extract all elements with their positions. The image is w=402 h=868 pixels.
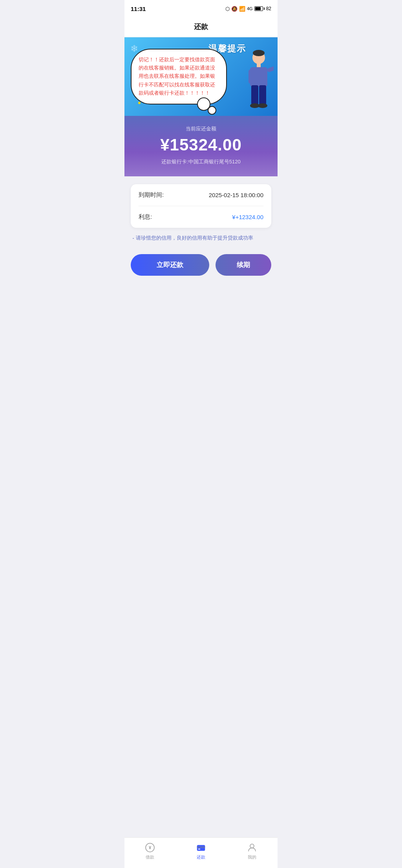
amount-value: ¥15324.00 [132,136,270,154]
info-card: 到期时间: 2025-02-15 18:00:00 利息: ¥+12324.00 [131,184,271,228]
svg-rect-2 [257,63,261,67]
dot-decoration-3 [138,102,141,104]
status-time: 11:31 [131,5,146,12]
pay-now-button[interactable]: 立即还款 [131,254,209,276]
credit-tip: 请珍惜您的信用，良好的信用有助于提升贷款成功率 [131,234,271,242]
interest-value: ¥+12324.00 [232,214,263,220]
loan-icon: ¥ [145,842,155,853]
due-date-value: 2025-02-15 18:00:00 [209,192,263,198]
svg-rect-6 [249,70,252,84]
amount-label: 当前应还金额 [132,125,270,132]
page-title: 还款 [194,23,208,31]
svg-rect-8 [259,85,266,105]
snowflake-decoration: ❄ [130,43,138,54]
svg-point-16 [250,844,254,848]
mute-icon: 🔕 [231,6,238,12]
profile-icon [247,842,257,853]
person-illustration [234,49,274,116]
battery-percent: 82 [266,6,271,11]
nav-loan-label: 借款 [146,854,154,860]
due-date-label: 到期时间: [139,191,164,199]
due-date-row: 到期时间: 2025-02-15 18:00:00 [139,184,263,206]
banner-section: ❄ ✦ 温馨提示 切记！！还款后一定要找借款页面的在线客服销账。如果还款通道没用… [124,37,278,116]
nav-repay-label: 还款 [197,854,205,860]
svg-rect-14 [197,846,205,848]
bank-info: 还款银行卡:中国工商银行尾号5120 [132,158,270,165]
nav-item-loan[interactable]: ¥ 借款 [137,841,163,862]
nav-item-profile[interactable]: 我的 [239,841,265,862]
cloud-bubble: 切记！！还款后一定要找借款页面的在线客服销账。如果还款通道没用也去联系在线客服处… [131,49,227,104]
battery-icon [254,6,265,11]
wifi-icon: 📶 [239,6,245,12]
status-bar: 11:31 ⬡ 🔕 📶 4G 82 [124,0,278,17]
page-header: 还款 [124,17,278,37]
nfc-icon: ⬡ [225,6,230,12]
bottom-nav: ¥ 借款 还款 我的 [124,837,278,868]
signal-icon: 4G [247,6,253,11]
interest-row: 利息: ¥+12324.00 [139,206,263,228]
svg-text:¥: ¥ [149,845,152,850]
svg-rect-3 [250,67,267,87]
svg-rect-15 [198,849,201,850]
svg-point-1 [253,50,265,56]
main-content: 到期时间: 2025-02-15 18:00:00 利息: ¥+12324.00… [124,176,278,291]
action-buttons: 立即还款 续期 [131,254,271,276]
svg-rect-13 [197,845,205,851]
svg-rect-4 [267,64,274,72]
nav-item-repay[interactable]: 还款 [188,841,214,862]
interest-label: 利息: [139,213,152,221]
status-icons: ⬡ 🔕 📶 4G 82 [225,6,271,12]
extend-button[interactable]: 续期 [216,254,272,276]
svg-rect-7 [251,85,258,105]
amount-section: 当前应还金额 ¥15324.00 还款银行卡:中国工商银行尾号5120 [124,116,278,176]
repay-icon [196,842,206,853]
nav-profile-label: 我的 [248,854,256,860]
svg-point-10 [258,103,267,108]
banner-bubble-text: 切记！！还款后一定要找借款页面的在线客服销账。如果还款通道没用也去联系在线客服处… [139,56,219,97]
